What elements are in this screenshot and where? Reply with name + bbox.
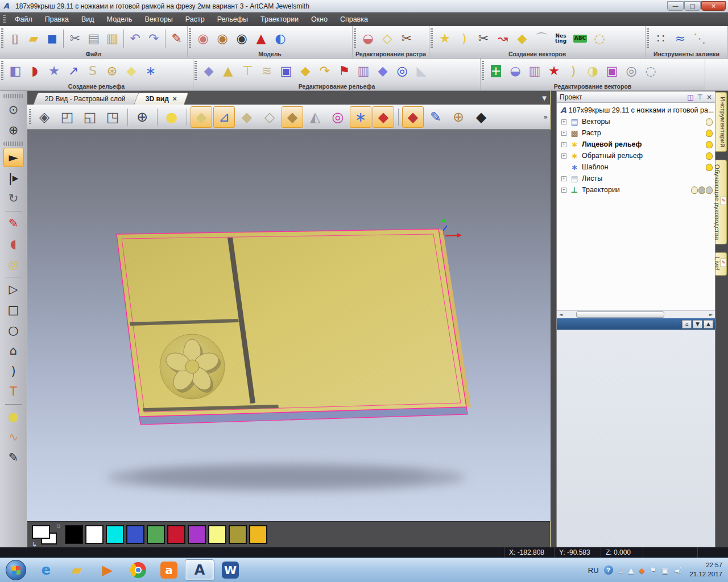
- side-tab-live[interactable]: Live!: [715, 252, 727, 275]
- envelope-distort-icon[interactable]: ▥: [525, 60, 544, 82]
- toggle-material-icon[interactable]: ◆: [470, 106, 492, 128]
- wrap-relief-icon[interactable]: ↷: [315, 60, 334, 82]
- bitmap-to-vector-icon[interactable]: ◇: [378, 28, 397, 49]
- sculpt-raise-icon[interactable]: ▲: [218, 60, 238, 82]
- cut-vectors-icon[interactable]: ✂: [474, 28, 493, 49]
- group-grip[interactable]: [195, 61, 197, 81]
- menu-item[interactable]: Векторы: [138, 13, 179, 26]
- toggle-back-relief-icon[interactable]: ◇: [259, 106, 280, 128]
- start-button[interactable]: [5, 559, 27, 581]
- toolbar-grip[interactable]: [29, 109, 31, 125]
- group-grip[interactable]: [482, 61, 484, 81]
- pan-globe-icon[interactable]: ⊕: [3, 120, 24, 140]
- toggle-color-layers-icon[interactable]: ◆: [373, 106, 394, 128]
- freehand-tool-icon[interactable]: ✎: [3, 448, 24, 467]
- tree-item-template[interactable]: ∗ Шаблон: [557, 161, 715, 173]
- view-tab[interactable]: 3D вид ×: [134, 93, 189, 105]
- swatch-red[interactable]: [167, 525, 185, 544]
- new-model-size-icon[interactable]: ◉: [213, 28, 232, 49]
- weave-wizard-icon[interactable]: ⊛: [102, 60, 122, 82]
- curve-edit-icon[interactable]: ): [564, 60, 583, 82]
- pin-point-icon[interactable]: ◆: [296, 60, 315, 82]
- toggle-light-icon[interactable]: ◆: [402, 106, 424, 128]
- swap-colors-icon[interactable]: ▫: [56, 522, 60, 529]
- menu-grip[interactable]: [3, 15, 6, 24]
- view-along-y-icon[interactable]: ◱: [79, 106, 101, 128]
- flat-plane-icon[interactable]: ◆: [122, 60, 141, 82]
- fill-pattern-icon[interactable]: ∷: [651, 28, 671, 49]
- undo-icon[interactable]: ↶: [126, 28, 144, 49]
- swatch-green[interactable]: [147, 525, 165, 544]
- side-tab-tutorials[interactable]: Обучающие руководства: [715, 160, 727, 244]
- side-tab-toolbox[interactable]: Инструментарий: [715, 92, 727, 152]
- expander-icon[interactable]: +: [561, 188, 566, 193]
- pin-relief-icon[interactable]: ⊤: [238, 60, 257, 82]
- expander-icon[interactable]: +: [561, 119, 566, 124]
- droplet-tool-icon[interactable]: ●: [3, 407, 24, 426]
- menu-item[interactable]: Рельефы: [211, 13, 254, 26]
- draw-pencil-icon[interactable]: ✎: [3, 214, 24, 233]
- toggle-origin-icon[interactable]: ⊿: [213, 106, 235, 128]
- tray-window-icon[interactable]: ▫: [618, 566, 623, 575]
- tree-item-toolpaths[interactable]: + ⊥ Траектории: [557, 184, 715, 196]
- create-arc-icon[interactable]: ): [454, 28, 474, 49]
- restore-button[interactable]: ▢: [684, 1, 701, 11]
- group-vectors-icon[interactable]: ▣: [602, 60, 622, 82]
- book-icon[interactable]: ◫: [687, 93, 693, 101]
- visibility-lamps[interactable]: [706, 130, 713, 137]
- polygon-tool-icon[interactable]: ⌂: [3, 341, 24, 360]
- tree-item-vectors[interactable]: + ▤ Векторы: [557, 116, 715, 127]
- texture-relief-icon[interactable]: ∗: [141, 60, 160, 82]
- redo-icon[interactable]: ↷: [144, 28, 163, 49]
- ellipse-tool-icon[interactable]: ○: [3, 321, 24, 340]
- swatch-olive[interactable]: [229, 525, 247, 544]
- toggle-tool-preview-icon[interactable]: ◭: [304, 106, 326, 128]
- lighting-material-icon[interactable]: ▲: [251, 28, 271, 49]
- smudge-tool-icon[interactable]: ∿: [3, 427, 24, 447]
- group-grip[interactable]: [1, 61, 3, 81]
- swatch-black[interactable]: [65, 525, 83, 544]
- menu-item[interactable]: Вид: [75, 13, 101, 26]
- group-grip[interactable]: [647, 28, 649, 49]
- fill-wave-icon[interactable]: ≈: [671, 28, 690, 49]
- taskbar-explorer-icon[interactable]: ▰: [62, 559, 92, 581]
- render-view-icon[interactable]: ⊕: [448, 106, 469, 128]
- sphere-star-icon[interactable]: ◎: [392, 60, 412, 82]
- expander-icon[interactable]: +: [561, 176, 566, 181]
- extrude-icon[interactable]: ◗: [25, 60, 44, 82]
- save-model-icon[interactable]: ◼: [43, 28, 61, 49]
- collapse-down-icon[interactable]: ▼: [693, 320, 702, 329]
- toggle-template-icon[interactable]: ∗: [350, 106, 371, 128]
- visibility-lamps[interactable]: [706, 152, 713, 160]
- tree-root-item[interactable]: A 187х99крыш 29.11 с ножками и готовой р…: [557, 105, 715, 116]
- swatch-purple[interactable]: [188, 525, 206, 544]
- menu-item[interactable]: Растр: [179, 13, 211, 26]
- arc-tool-icon[interactable]: ): [3, 361, 24, 381]
- menu-item[interactable]: Модель: [101, 13, 139, 26]
- fill-nodes-icon[interactable]: ⋱: [690, 28, 709, 49]
- shape-editor-icon[interactable]: ◧: [6, 60, 25, 82]
- taskbar-wmp-icon[interactable]: ▶: [93, 559, 122, 581]
- offset-relief-icon[interactable]: ◆: [373, 60, 392, 82]
- swatch-blue[interactable]: [126, 525, 144, 544]
- notes-icon[interactable]: ✎: [167, 28, 186, 49]
- paste-icon[interactable]: ▥: [103, 28, 122, 49]
- taskbar-ie-icon[interactable]: e: [31, 559, 61, 581]
- visibility-lamps[interactable]: [706, 118, 713, 126]
- menu-item[interactable]: Файл: [9, 13, 39, 26]
- weld-vectors-icon[interactable]: ◎: [622, 60, 641, 82]
- open-model-icon[interactable]: ▰: [24, 28, 43, 49]
- collapse-up-icon[interactable]: ▲: [704, 320, 713, 329]
- menu-item[interactable]: Траектории: [254, 13, 305, 26]
- swatch-light-yellow[interactable]: [208, 525, 226, 544]
- swirl-icon[interactable]: S: [83, 60, 102, 82]
- transform-icon[interactable]: ↻: [3, 189, 24, 208]
- zoom-tool-icon[interactable]: ⊕: [131, 106, 153, 128]
- visibility-lamps[interactable]: [691, 186, 713, 194]
- taskbar-chrome-icon[interactable]: [123, 559, 153, 581]
- trim-curve-icon[interactable]: ↝: [493, 28, 512, 49]
- tree-item-front-relief[interactable]: + ∗ Лицевой рельеф: [557, 139, 715, 150]
- toggle-rings-icon[interactable]: ◎: [327, 106, 349, 128]
- tree-horizontal-scrollbar[interactable]: ◄ ►: [557, 310, 715, 318]
- crumple-relief-icon[interactable]: ≋: [257, 60, 276, 82]
